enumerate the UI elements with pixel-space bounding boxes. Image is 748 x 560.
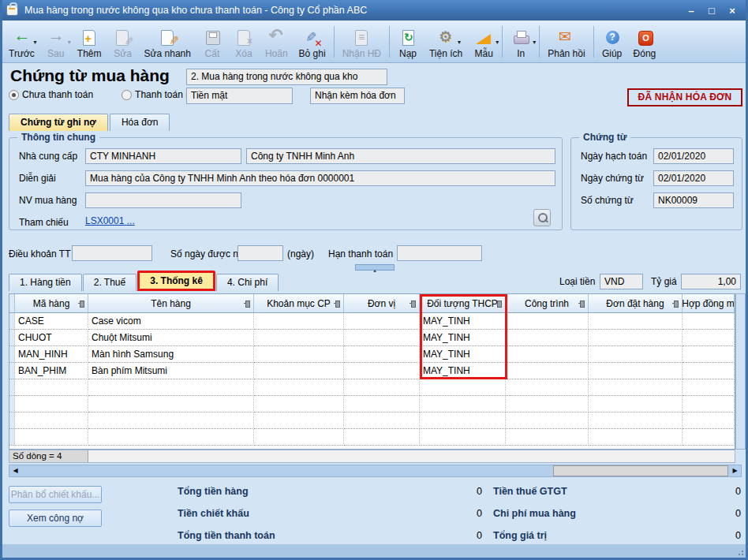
empty-row[interactable] xyxy=(9,379,735,396)
minimize-button[interactable]: – xyxy=(685,5,698,17)
table-row[interactable]: MAN_HINH Màn hình Samsung MAY_TINH xyxy=(9,346,735,363)
toolbar-button-next[interactable]: ▾ Sau xyxy=(40,22,72,62)
row-indicator-header xyxy=(9,294,15,313)
pin-icon[interactable] xyxy=(78,301,85,307)
cell-ten-hang[interactable]: Chuột Mitsumi xyxy=(88,330,254,346)
toolbar-button-postpone[interactable]: Hoãn xyxy=(260,22,294,62)
chevron-down-icon[interactable]: ▾ xyxy=(68,39,71,46)
toolbar-button-save[interactable]: Cất xyxy=(196,22,228,62)
column-header-ten-hang[interactable]: Tên hàng xyxy=(88,294,254,313)
toolbar-button-template[interactable]: ▾ Mẫu xyxy=(468,22,499,62)
chevron-down-icon[interactable]: ▾ xyxy=(458,39,461,46)
toolbar-button-reload[interactable]: Nạp xyxy=(392,22,424,62)
table-row[interactable]: BAN_PHIM Bàn phím Mitsumi MAY_TINH xyxy=(9,363,735,379)
toolbar-button-help[interactable]: Giúp xyxy=(597,22,628,62)
payment-terms-field[interactable] xyxy=(72,245,152,261)
close-button[interactable]: × xyxy=(726,5,739,17)
horizontal-scrollbar[interactable]: ◀ ▶ xyxy=(9,465,742,477)
radio-unpaid[interactable]: Chưa thanh toán xyxy=(9,89,93,100)
reference-more-link[interactable]: ... xyxy=(127,215,135,226)
toolbar-button-receive-invoice[interactable]: Nhận HĐ xyxy=(337,22,387,62)
pin-icon[interactable] xyxy=(672,301,679,307)
toolbar-button-print[interactable]: ▾ In xyxy=(505,22,537,62)
tools-gear-icon xyxy=(436,28,455,47)
toolbar-separator xyxy=(502,26,503,58)
payment-method-field[interactable]: Tiền mặt xyxy=(186,88,293,104)
vertical-scrollbar[interactable] xyxy=(735,293,746,450)
column-header-hop-dong[interactable]: Hợp đồng m xyxy=(683,294,735,313)
empty-row[interactable] xyxy=(9,413,735,429)
empty-row[interactable] xyxy=(9,429,735,446)
cell-ma-hang[interactable]: BAN_PHIM xyxy=(15,363,88,379)
pin-icon[interactable] xyxy=(410,301,417,307)
column-header-don-vi[interactable]: Đơn vị xyxy=(344,294,420,313)
tab-statistics[interactable]: 3. Thống kê xyxy=(137,271,215,291)
cell-ten-hang[interactable]: Bàn phím Mitsumi xyxy=(88,363,254,379)
exchange-rate-label: Tỷ giá xyxy=(651,276,677,287)
cell-doi-tuong-thcp[interactable]: MAY_TINH xyxy=(420,363,506,379)
currency-field[interactable]: VND xyxy=(600,274,643,289)
pin-icon[interactable] xyxy=(244,301,251,307)
supplier-name-field[interactable]: Công ty TNHH Minh Anh xyxy=(246,148,555,164)
toolbar-button-feedback[interactable]: Phản hồi xyxy=(542,22,590,62)
pin-icon[interactable] xyxy=(496,301,503,307)
toolbar-button-add[interactable]: Thêm xyxy=(72,22,107,62)
column-header-doi-tuong-thcp[interactable]: Đối tượng THCP xyxy=(420,294,506,313)
tab-items-money[interactable]: 1. Hàng tiền xyxy=(9,274,82,291)
cell-doi-tuong-thcp[interactable]: MAY_TINH xyxy=(420,346,506,363)
allocate-discount-button[interactable]: Phân bổ chiết khấu... xyxy=(9,486,102,503)
scroll-left-arrow-icon[interactable]: ◀ xyxy=(9,465,21,476)
chevron-down-icon[interactable]: ▾ xyxy=(496,39,499,46)
toolbar-button-quick-edit[interactable]: Sửa nhanh xyxy=(138,22,196,62)
cell-ma-hang[interactable]: CASE xyxy=(15,313,88,330)
reference-link[interactable]: LSX0001 ... xyxy=(85,215,135,226)
buyer-field[interactable] xyxy=(85,192,241,208)
tab-tax[interactable]: 2. Thuế xyxy=(83,274,137,291)
toolbar-button-unrecord[interactable]: Bỏ ghi xyxy=(294,22,331,62)
column-header-cong-trinh[interactable]: Công trình xyxy=(506,294,589,313)
page-title: Chứng từ mua hàng xyxy=(10,66,170,85)
doc-date-field[interactable]: 02/01/2020 xyxy=(653,170,734,186)
pin-icon[interactable] xyxy=(334,301,341,307)
view-debt-button[interactable]: Xem công nợ xyxy=(9,510,102,527)
cell-ten-hang[interactable]: Case vicom xyxy=(88,313,254,330)
invoice-flag-field[interactable]: Nhận kèm hóa đơn xyxy=(310,88,405,104)
chevron-down-icon[interactable]: ▾ xyxy=(33,39,36,46)
empty-row[interactable] xyxy=(9,396,735,413)
toolbar-button-prev[interactable]: ▾ Trước xyxy=(3,22,40,62)
column-header-ma-hang[interactable]: Mã hàng xyxy=(15,294,88,313)
tab-invoice[interactable]: Hóa đơn xyxy=(110,114,170,131)
tab-debit-document[interactable]: Chứng từ ghi nợ xyxy=(9,114,108,131)
chevron-down-icon[interactable]: ▾ xyxy=(533,39,536,46)
exchange-rate-field[interactable]: 1,00 xyxy=(681,274,741,289)
column-header-khoan-muc-cp[interactable]: Khoản mục CP xyxy=(254,294,344,313)
doc-no-field[interactable]: NK00009 xyxy=(653,192,734,208)
cell-ma-hang[interactable]: MAN_HINH xyxy=(15,346,88,363)
posting-date-field[interactable]: 02/01/2020 xyxy=(653,148,734,164)
resize-grip-icon[interactable] xyxy=(736,548,743,555)
toolbar-button-delete[interactable]: Xóa xyxy=(228,22,260,62)
due-date-field[interactable] xyxy=(397,245,482,261)
description-field[interactable]: Mua hàng của Công ty TNHH Minh Anh theo … xyxy=(85,170,555,186)
collapse-splitter-button[interactable] xyxy=(355,264,395,271)
maximize-button[interactable]: □ xyxy=(705,5,718,17)
tab-expenses[interactable]: 4. Chi phí xyxy=(216,274,279,291)
toolbar-button-close-form[interactable]: Đóng xyxy=(628,22,662,62)
toolbar-button-edit[interactable]: Sửa xyxy=(107,22,138,62)
cell-doi-tuong-thcp[interactable]: MAY_TINH xyxy=(420,313,506,330)
pin-icon[interactable] xyxy=(578,301,585,307)
supplier-code-field[interactable]: CTY MINHANH xyxy=(85,148,241,164)
reference-lookup-button[interactable] xyxy=(533,209,551,226)
scroll-right-arrow-icon[interactable]: ▶ xyxy=(729,465,741,476)
table-row[interactable]: CHUOT Chuột Mitsumi MAY_TINH xyxy=(9,330,735,346)
cell-ten-hang[interactable]: Màn hình Samsung xyxy=(88,346,254,363)
column-header-don-dat-hang[interactable]: Đơn đặt hàng xyxy=(589,294,683,313)
cell-ma-hang[interactable]: CHUOT xyxy=(15,330,88,346)
cell-doi-tuong-thcp[interactable]: MAY_TINH xyxy=(420,330,506,346)
toolbar-button-utilities[interactable]: ▾ Tiện ích xyxy=(424,22,468,62)
doc-type-combo[interactable]: 2. Mua hàng trong nước không qua kho xyxy=(186,69,387,85)
scrollbar-thumb[interactable] xyxy=(553,465,728,476)
table-row[interactable]: CASE Case vicom MAY_TINH xyxy=(9,313,735,330)
items-grid: Mã hàng Tên hàng Khoản mục CP Đơn vị Đối… xyxy=(9,293,735,450)
credit-days-field[interactable] xyxy=(237,245,283,261)
